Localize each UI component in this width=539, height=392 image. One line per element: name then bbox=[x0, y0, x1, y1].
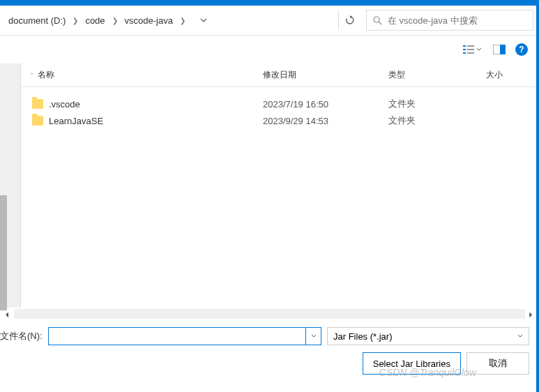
column-header-name[interactable]: ⌃ 名称 bbox=[21, 69, 255, 81]
filter-label: Jar Files (*.jar) bbox=[333, 331, 393, 342]
folder-icon bbox=[32, 116, 43, 126]
scroll-right-icon[interactable]: ⏵ bbox=[528, 310, 535, 318]
file-type: 文件夹 bbox=[380, 98, 478, 110]
file-name: .vscode bbox=[49, 99, 80, 110]
file-name-input[interactable] bbox=[49, 331, 305, 342]
title-bar bbox=[0, 0, 539, 6]
breadcrumb-item-vscode-java[interactable]: vscode-java bbox=[122, 14, 176, 27]
svg-point-0 bbox=[374, 17, 379, 22]
column-header-type[interactable]: 类型 bbox=[380, 69, 478, 81]
breadcrumb-item-code[interactable]: code bbox=[82, 14, 107, 27]
sidebar-scroll-region bbox=[0, 195, 7, 310]
file-type-filter[interactable]: Jar Files (*.jar) bbox=[327, 327, 529, 345]
view-options-button[interactable] bbox=[461, 41, 483, 58]
search-input[interactable] bbox=[388, 15, 527, 26]
search-icon bbox=[372, 15, 382, 25]
scroll-left-icon[interactable]: ⏴ bbox=[4, 310, 11, 318]
chevron-right-icon[interactable]: ❯ bbox=[111, 17, 119, 24]
svg-line-1 bbox=[379, 22, 381, 24]
file-type: 文件夹 bbox=[380, 114, 478, 127]
svg-rect-4 bbox=[463, 49, 466, 50]
column-label: 名称 bbox=[38, 69, 54, 81]
select-button[interactable]: Select Jar Libraries bbox=[363, 352, 461, 375]
svg-rect-7 bbox=[467, 52, 474, 54]
help-button[interactable]: ? bbox=[515, 43, 528, 56]
file-name-cell: .vscode bbox=[21, 99, 255, 110]
horizontal-scrollbar[interactable]: ⏴ ⏵ bbox=[0, 308, 539, 320]
list-item[interactable]: .vscode 2023/7/19 16:50 文件夹 bbox=[21, 96, 539, 112]
column-header-date[interactable]: 修改日期 bbox=[255, 69, 380, 81]
preview-pane-button[interactable] bbox=[492, 41, 507, 58]
dialog-buttons: Select Jar Libraries 取消 bbox=[0, 352, 529, 375]
column-header-size[interactable]: 大小 bbox=[478, 69, 533, 81]
scroll-track[interactable] bbox=[14, 309, 525, 319]
breadcrumb-item-root[interactable]: document (D:) bbox=[6, 14, 68, 27]
search-box[interactable] bbox=[366, 10, 533, 31]
file-name-dropdown-button[interactable] bbox=[305, 328, 321, 345]
file-area: ⌃ 名称 修改日期 类型 大小 .vscode 2023/7/19 16:50 … bbox=[21, 63, 539, 308]
svg-rect-9 bbox=[500, 45, 506, 54]
main-content: ⌃ 名称 修改日期 类型 大小 .vscode 2023/7/19 16:50 … bbox=[0, 63, 539, 308]
svg-rect-6 bbox=[463, 52, 466, 54]
breadcrumb-dropdown-button[interactable] bbox=[190, 12, 218, 29]
nav-bar: document (D:) ❯ code ❯ vscode-java ❯ bbox=[0, 6, 539, 36]
file-name-row: 文件名(N): Jar Files (*.jar) bbox=[0, 327, 529, 345]
sort-caret-icon: ⌃ bbox=[29, 72, 35, 79]
svg-rect-2 bbox=[463, 45, 466, 47]
svg-rect-3 bbox=[467, 45, 474, 47]
file-name-input-wrapper bbox=[48, 327, 321, 345]
chevron-right-icon[interactable]: ❯ bbox=[71, 17, 79, 24]
toolbar: ? bbox=[0, 36, 539, 63]
window-border bbox=[536, 6, 539, 392]
refresh-button[interactable] bbox=[338, 10, 360, 30]
file-name-label: 文件名(N): bbox=[0, 330, 43, 342]
file-date: 2023/9/29 14:53 bbox=[255, 116, 380, 126]
list-item[interactable]: LearnJavaSE 2023/9/29 14:53 文件夹 bbox=[21, 112, 539, 129]
file-name-cell: LearnJavaSE bbox=[21, 116, 255, 126]
footer: 文件名(N): Jar Files (*.jar) Select Jar Lib… bbox=[0, 320, 539, 383]
file-date: 2023/7/19 16:50 bbox=[255, 99, 380, 110]
breadcrumb: document (D:) ❯ code ❯ vscode-java ❯ bbox=[6, 12, 333, 29]
chevron-right-icon[interactable]: ❯ bbox=[179, 17, 187, 24]
column-headers: ⌃ 名称 修改日期 类型 大小 bbox=[21, 63, 539, 87]
cancel-button[interactable]: 取消 bbox=[466, 352, 529, 375]
chevron-down-icon bbox=[517, 333, 523, 339]
file-list: .vscode 2023/7/19 16:50 文件夹 LearnJavaSE … bbox=[21, 87, 539, 137]
svg-rect-5 bbox=[467, 49, 474, 50]
file-name: LearnJavaSE bbox=[49, 116, 103, 126]
folder-icon bbox=[32, 99, 43, 109]
